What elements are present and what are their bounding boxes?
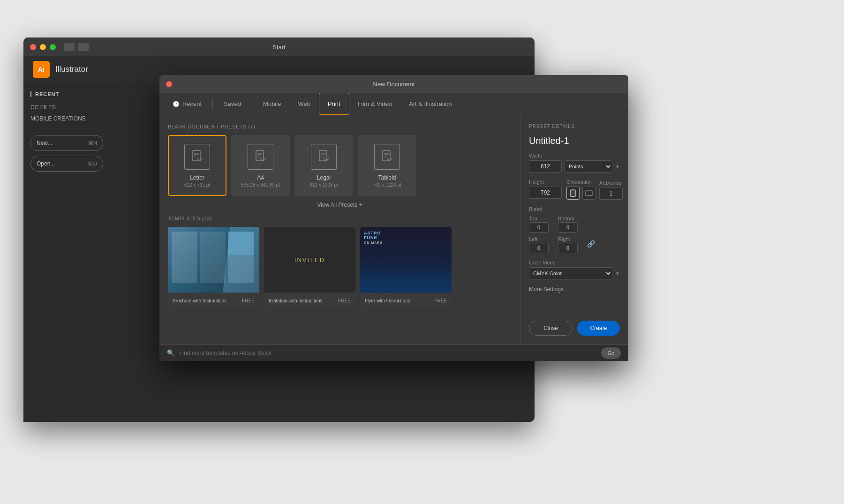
template-flyer-footer: Flyer with Instructions FREE (360, 293, 452, 309)
preset-letter-size: 612 x 792 pt (184, 182, 210, 188)
more-settings-link[interactable]: More Settings (529, 286, 620, 293)
sidebar-toggle-icon[interactable] (64, 43, 75, 51)
height-field: Height (529, 179, 562, 200)
sidebar-cc-files[interactable]: CC FILES (30, 104, 110, 111)
brochure-preview (168, 227, 259, 293)
template-brochure[interactable]: Brochure with Instructions FREE (168, 227, 259, 309)
template-invitation-footer: Invitation with Instructions FREE (264, 293, 355, 309)
minimize-button[interactable] (40, 44, 46, 50)
right-bleed-input[interactable] (558, 243, 578, 253)
ai-titlebar: Start (23, 38, 535, 56)
color-mode-chevron: ▼ (615, 271, 620, 276)
width-label: Width (529, 153, 620, 158)
svg-rect-16 (571, 190, 575, 196)
tab-recent[interactable]: 🕐 Recent (164, 93, 210, 115)
width-input[interactable] (529, 160, 562, 173)
template-invitation-img: INVITED (264, 227, 355, 293)
workspace-icon[interactable] (78, 43, 89, 51)
bottom-bleed-group: Bottom (558, 214, 578, 233)
presets-section-label: BLANK DOCUMENT PRESETS (7) (168, 124, 512, 129)
search-icon: 🔍 (167, 349, 174, 356)
preset-details-panel: PRESET DETAILS Untitled-1 Width Points ▼… (520, 115, 628, 344)
preset-tabloid[interactable]: Tabloid 792 x 1224 pt (358, 135, 416, 196)
preset-details-title: PRESET DETAILS (529, 124, 620, 129)
bottom-bleed-input[interactable] (558, 222, 578, 233)
template-flyer[interactable]: ASTROFUNKON MARS Flyer with Instructions… (360, 227, 452, 309)
sidebar-recent-title: RECENT (30, 91, 110, 97)
tab-mobile[interactable]: Mobile (255, 93, 289, 115)
top-label: Top (529, 216, 537, 221)
tab-web[interactable]: Web (289, 93, 319, 115)
portrait-button[interactable] (566, 187, 580, 200)
dialog-main: BLANK DOCUMENT PRESETS (7) Letter 612 x … (159, 115, 520, 344)
svg-rect-12 (383, 150, 390, 161)
artboards-input[interactable] (599, 188, 623, 200)
dialog-close-traffic-light[interactable] (166, 81, 172, 87)
preset-letter-name: Letter (190, 174, 204, 181)
tab-art[interactable]: Art & Illustration (400, 93, 460, 115)
templates-section-label: TEMPLATES (23) (168, 216, 512, 221)
dialog-body: BLANK DOCUMENT PRESETS (7) Letter 612 x … (159, 115, 628, 344)
bottom-field-inline (558, 222, 578, 233)
view-all-presets[interactable]: View All Presets + (168, 202, 512, 208)
color-mode-label: Color Mode (529, 260, 620, 265)
tab-print[interactable]: Print (319, 93, 349, 115)
preset-letter-icon (184, 144, 210, 170)
dialog-title: New Document (373, 81, 415, 88)
flyer-preview: ASTROFUNKON MARS (360, 227, 452, 293)
top-field-inline (529, 222, 549, 233)
color-mode-field: Color Mode CMYK Color ▼ (529, 260, 620, 279)
app-name: Illustrator (55, 65, 88, 74)
template-invitation[interactable]: INVITED Invitation with Instructions FRE… (264, 227, 355, 309)
recent-icon: 🕐 (173, 101, 180, 107)
left-bleed-group: Left (529, 234, 549, 253)
landscape-button[interactable] (582, 187, 595, 200)
tab-divider-1 (212, 99, 213, 109)
bleed-label: Bleed (529, 206, 620, 212)
orientation-label: Orientation (566, 179, 595, 185)
preset-legal-size: 612 x 1008 pt (309, 182, 338, 188)
open-button[interactable]: Open... ⌘O (30, 156, 103, 172)
preset-letter[interactable]: Letter 612 x 792 pt (168, 135, 226, 196)
preset-tabloid-name: Tabloid (378, 174, 396, 181)
top-bleed-input[interactable] (529, 222, 549, 233)
tab-film[interactable]: Film & Video (349, 93, 400, 115)
search-go-button[interactable]: Go (601, 347, 621, 359)
color-mode-select[interactable]: CMYK Color (529, 267, 612, 279)
new-button[interactable]: New... ⌘N (30, 135, 103, 151)
unit-select[interactable]: Points (565, 160, 612, 173)
maximize-button[interactable] (50, 44, 56, 50)
svg-rect-8 (319, 150, 327, 161)
left-bleed-input[interactable] (529, 243, 549, 253)
height-input[interactable] (529, 187, 562, 199)
height-label: Height (529, 179, 562, 185)
close-button[interactable] (30, 44, 36, 50)
bleed-field: Bleed Top Bottom (529, 206, 620, 253)
tab-saved[interactable]: Saved (215, 93, 249, 115)
create-button[interactable]: Create (577, 321, 620, 336)
dialog-tabs: 🕐 Recent Saved Mobile Web Print Film & V… (159, 93, 628, 115)
preset-doc-name: Untitled-1 (529, 135, 620, 146)
left-label: Left (529, 236, 537, 242)
preset-a4[interactable]: A4 595.28 x 841.89 pt (231, 135, 290, 196)
width-field: Width Points ▼ (529, 153, 620, 173)
height-orient-row: Height Orientation (529, 179, 620, 200)
dialog-titlebar: New Document (159, 75, 628, 93)
orientation-row (566, 187, 595, 200)
invitation-preview: INVITED (264, 227, 355, 293)
link-bleed-icon: 🔗 (587, 240, 595, 248)
svg-rect-0 (193, 150, 200, 161)
preset-a4-name: A4 (257, 174, 264, 181)
template-invitation-badge: FREE (338, 298, 351, 303)
template-flyer-badge: FREE (434, 298, 447, 303)
preset-legal[interactable]: Legal 612 x 1008 pt (294, 135, 353, 196)
artboards-label: Artboards (599, 180, 623, 186)
preset-legal-name: Legal (317, 174, 331, 181)
close-button[interactable]: Close (529, 321, 573, 336)
right-label: Right (558, 236, 570, 242)
preset-a4-size: 595.28 x 841.89 pt (241, 182, 280, 188)
preset-tabloid-size: 792 x 1224 pt (373, 182, 401, 188)
search-input[interactable] (179, 350, 596, 356)
sidebar-mobile-creations[interactable]: MOBILE CREATIONS (30, 115, 110, 122)
ai-logo: Ai (33, 61, 50, 78)
